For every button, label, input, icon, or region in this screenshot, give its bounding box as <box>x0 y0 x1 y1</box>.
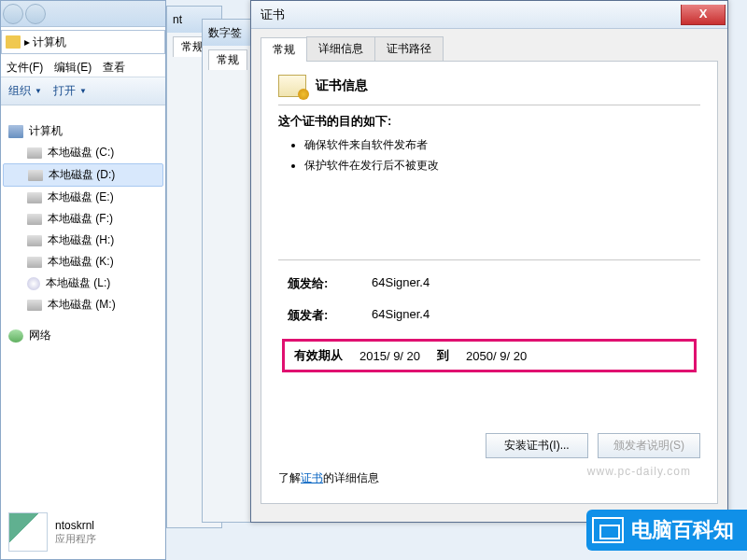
disk-icon <box>28 170 43 181</box>
drive-item[interactable]: 本地磁盘 (M:) <box>3 294 163 315</box>
computer-icon <box>8 125 23 138</box>
file-type: 应用程序 <box>55 532 96 546</box>
tab-general[interactable]: 常规 <box>261 37 307 62</box>
validity-to-value: 2050/ 9/ 20 <box>466 349 527 363</box>
purpose-heading: 这个证书的目的如下: <box>278 113 700 130</box>
tab-strip: 常规 详细信息 证书路径 <box>261 36 718 62</box>
tab-details[interactable]: 详细信息 <box>306 36 375 61</box>
menu-view[interactable]: 查看 <box>103 60 125 74</box>
drive-item[interactable]: 本地磁盘 (H:) <box>3 230 163 251</box>
validity-to-label: 到 <box>437 347 449 364</box>
tab-panel-general: 证书信息 这个证书的目的如下: 确保软件来自软件发布者 保护软件在发行后不被更改… <box>261 62 718 504</box>
drive-item[interactable]: 本地磁盘 (F:) <box>3 208 163 230</box>
dialog-title: 证书 <box>261 7 285 23</box>
disk-icon <box>27 147 42 159</box>
toolbar: 组织 ▼ 打开 ▼ <box>1 77 165 105</box>
menu-bar: 文件(F) 编辑(E) 查看 <box>1 57 165 77</box>
disk-icon <box>27 257 42 268</box>
issued-by-row: 颁发者: 64Signer.4 <box>288 307 691 324</box>
validity-from-value: 2015/ 9/ 20 <box>359 349 420 363</box>
open-button[interactable]: 打开 ▼ <box>53 83 87 99</box>
issued-to-row: 颁发给: 64Signer.4 <box>288 275 691 292</box>
disk-icon <box>27 300 42 311</box>
validity-from-label: 有效期从 <box>294 347 343 364</box>
explorer-nav-bar <box>1 1 165 27</box>
cd-icon <box>27 277 40 290</box>
certificate-info-heading: 证书信息 <box>316 77 368 94</box>
issued-by-label: 颁发者: <box>288 307 353 324</box>
issuer-statement-button[interactable]: 颁发者说明(S) <box>598 433 700 458</box>
close-button[interactable]: X <box>681 5 726 25</box>
folder-icon <box>6 35 21 49</box>
banner-text: 电脑百科知 <box>631 516 734 544</box>
tab-general[interactable]: 常规 <box>208 49 247 70</box>
menu-edit[interactable]: 编辑(E) <box>54 60 92 74</box>
window-title: nt <box>173 13 182 26</box>
chevron-down-icon: ▼ <box>35 87 42 95</box>
drive-item[interactable]: 本地磁盘 (L:) <box>3 273 163 294</box>
issued-to-value: 64Signer.4 <box>372 275 430 292</box>
details-pane: ntoskrnl 应用程序 <box>8 512 96 552</box>
purpose-item: 保护软件在发行后不被更改 <box>304 156 700 176</box>
navigation-tree: 计算机 本地磁盘 (C:) 本地磁盘 (D:) 本地磁盘 (E:) 本地磁盘 (… <box>1 105 165 352</box>
disk-icon <box>27 235 42 246</box>
drive-item[interactable]: 本地磁盘 (D:) <box>3 163 163 187</box>
address-bar[interactable]: ▸ 计算机 <box>1 30 165 54</box>
file-thumbnail-icon <box>8 512 48 552</box>
window-title: 数字签 <box>208 25 242 41</box>
file-name: ntoskrnl <box>55 519 96 532</box>
drive-item[interactable]: 本地磁盘 (C:) <box>3 142 163 163</box>
tree-network-node[interactable]: 网络 <box>3 325 163 346</box>
organize-button[interactable]: 组织 ▼ <box>8 83 42 99</box>
tree-computer-node[interactable]: 计算机 <box>3 120 163 142</box>
disk-icon <box>27 214 42 225</box>
drive-item[interactable]: 本地磁盘 (E:) <box>3 187 163 208</box>
dialog-titlebar: 证书 X <box>251 1 727 29</box>
learn-more-row: 了解证书的详细信息 <box>278 470 379 486</box>
watermark-text: www.pc-daily.com <box>587 465 691 478</box>
drive-item[interactable]: 本地磁盘 (K:) <box>3 251 163 273</box>
address-path: 计算机 <box>33 35 66 49</box>
chevron-down-icon: ▼ <box>79 87 87 95</box>
certificate-dialog: 证书 X 常规 详细信息 证书路径 证书信息 这个证书的目的如下: 确保软件来自… <box>250 0 728 523</box>
menu-file[interactable]: 文件(F) <box>7 60 43 74</box>
nav-forward-button[interactable] <box>25 4 46 24</box>
issued-to-label: 颁发给: <box>288 275 353 292</box>
nav-back-button[interactable] <box>3 4 23 24</box>
site-banner: 电脑百科知 <box>586 510 747 551</box>
install-certificate-button[interactable]: 安装证书(I)... <box>486 433 588 458</box>
disk-icon <box>27 192 42 203</box>
certificate-purpose-block: 这个证书的目的如下: 确保软件来自软件发布者 保护软件在发行后不被更改 <box>278 105 700 260</box>
validity-highlight-box: 有效期从 2015/ 9/ 20 到 2050/ 9/ 20 <box>282 339 697 372</box>
certificate-help-link[interactable]: 证书 <box>301 471 323 484</box>
issued-by-value: 64Signer.4 <box>372 307 430 324</box>
explorer-window: ▸ 计算机 文件(F) 编辑(E) 查看 组织 ▼ 打开 ▼ 计算机 本地磁盘 … <box>0 0 166 560</box>
monitor-icon <box>592 517 624 543</box>
network-icon <box>8 329 23 343</box>
purpose-item: 确保软件来自软件发布者 <box>304 135 700 156</box>
certificate-icon <box>278 75 306 97</box>
tab-cert-path[interactable]: 证书路径 <box>374 36 444 61</box>
